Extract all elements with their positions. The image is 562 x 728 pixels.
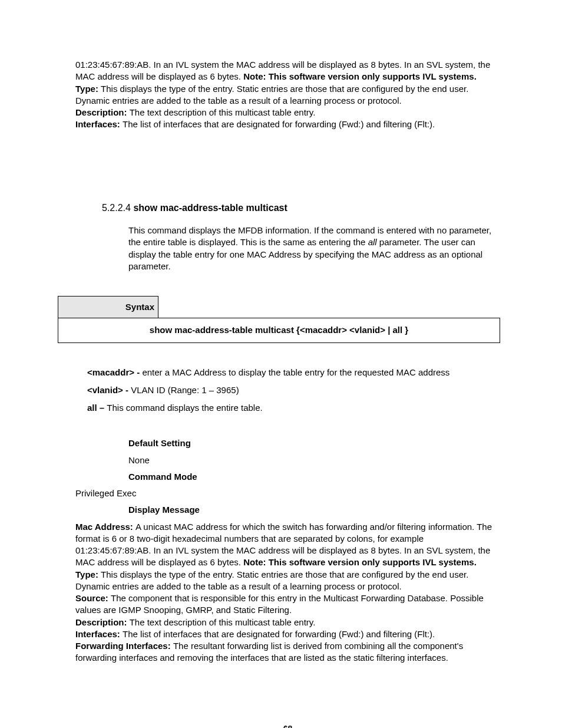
command-mode-heading: Command Mode [128,471,500,483]
param-all-label: all – [87,403,107,413]
syntax-command-cell: show mac-address-table multicast {<macad… [58,318,500,342]
top-intf-line: Interfaces: The list of interfaces that … [75,118,500,130]
command-mode-value: Privileged Exec [75,487,500,499]
display-intf-label: Interfaces: [75,629,123,639]
param-mac-text: enter a MAC Address to display the table… [142,367,449,377]
section-description: This command displays the MFDB informati… [128,225,500,272]
display-desc: Description: The text description of thi… [75,617,500,628]
display-type-text: This displays the type of the entry. Sta… [75,569,468,591]
type-label: Type: [75,84,101,94]
display-intf: Interfaces: The list of interfaces that … [75,628,500,640]
param-mac-label: <macaddr> - [87,367,142,377]
display-message-heading: Display Message [128,504,500,516]
top-paragraph-block: 01:23:45:67:89:AB. In an IVL system the … [75,59,500,131]
section-title: show mac-address-table multicast [133,203,287,213]
top-note: Note: This software version only support… [243,71,477,81]
desc-label: Description: [75,107,130,117]
section-number: 5.2.2.4 [102,203,133,213]
syntax-table: Syntax show mac-address-table multicast … [58,296,500,343]
display-fwd: Forwarding Interfaces: The resultant for… [75,640,500,664]
page-number: 68 [75,723,500,728]
param-vlan-label: <vlanid> - [87,385,131,395]
intf-label: Interfaces: [75,119,123,129]
display-source: Source: The component that is responsibl… [75,592,500,617]
param-all-text: This command displays the entire table. [107,403,262,413]
default-setting-heading: Default Setting [128,437,500,449]
parameter-list: <macaddr> - enter a MAC Address to displ… [87,367,500,414]
display-mac-label: Mac Address: [75,522,135,532]
type-text: This displays the type of the entry. Sta… [75,84,468,106]
top-type-line: Type: This displays the type of the entr… [75,83,500,107]
display-desc-label: Description: [75,617,130,627]
display-message-block: Mac Address: A unicast MAC address for w… [75,521,500,664]
desc-text: The text description of this multicast t… [130,107,316,117]
display-desc-text: The text description of this multicast t… [130,617,316,627]
param-vlanid: <vlanid> - VLAN ID (Range: 1 – 3965) [87,384,500,396]
syntax-label-cell: Syntax [58,297,158,318]
param-macaddr: <macaddr> - enter a MAC Address to displ… [87,367,500,378]
display-type-label: Type: [75,569,101,579]
syntax-empty-cell [158,297,500,318]
top-desc-line: Description: The text description of thi… [75,107,500,118]
default-setting-value: None [128,454,500,466]
display-src-text: The component that is responsible for th… [75,593,484,615]
section-heading: 5.2.2.4 show mac-address-table multicast [102,202,500,215]
display-intf-text: The list of interfaces that are designat… [123,629,435,639]
section-desc-all: all [368,237,377,247]
display-mac: Mac Address: A unicast MAC address for w… [75,521,500,569]
display-src-label: Source: [75,593,111,603]
display-mac-note: Note: This software version only support… [243,557,477,567]
intf-text: The list of interfaces that are designat… [123,119,435,129]
display-type: Type: This displays the type of the entr… [75,569,500,593]
param-all: all – This command displays the entire t… [87,402,500,414]
display-fwd-label: Forwarding Interfaces: [75,641,173,651]
top-line-1: 01:23:45:67:89:AB. In an IVL system the … [75,59,500,83]
param-vlan-text: VLAN ID (Range: 1 – 3965) [131,385,239,395]
